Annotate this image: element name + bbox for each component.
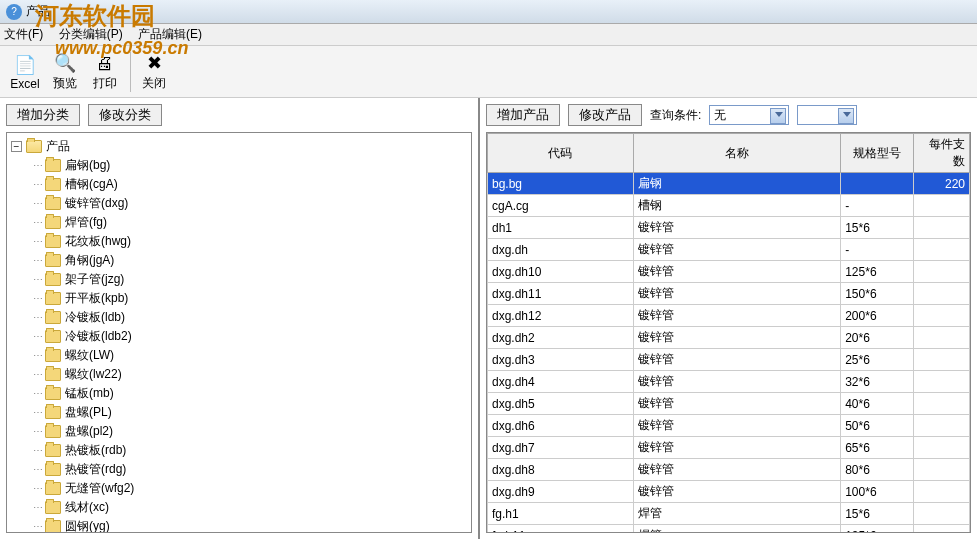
product-button-row: 增加产品 修改产品 查询条件: 无 — [486, 104, 971, 126]
cell-code: dxg.dh7 — [488, 437, 634, 459]
tree-line: ⋯ — [33, 521, 42, 532]
table-row[interactable]: dxg.dh4镀锌管32*6 — [488, 371, 970, 393]
tree-item[interactable]: ⋯无缝管(wfg2) — [33, 479, 467, 498]
category-tree[interactable]: − 产品 ⋯扁钢(bg)⋯槽钢(cgA)⋯镀锌管(dxg)⋯焊管(fg)⋯花纹板… — [6, 132, 472, 533]
menu-product-edit[interactable]: 产品编辑(E) — [138, 27, 202, 41]
close-label: 关闭 — [142, 75, 166, 92]
cell-code: dxg.dh11 — [488, 283, 634, 305]
table-row[interactable]: fg.h11焊管125*6 — [488, 525, 970, 534]
menu-category-edit[interactable]: 分类编辑(P) — [59, 27, 123, 41]
table-row[interactable]: dxg.dh3镀锌管25*6 — [488, 349, 970, 371]
table-row[interactable]: dxg.dh9镀锌管100*6 — [488, 481, 970, 503]
tree-item[interactable]: ⋯冷镀板(ldb) — [33, 308, 467, 327]
cell-spec: 15*6 — [841, 503, 913, 525]
product-table-wrap[interactable]: 代码 名称 规格型号 每件支数 bg.bg扁钢220cgA.cg槽钢-dh1镀锌… — [486, 132, 971, 533]
collapse-icon[interactable]: − — [11, 141, 22, 152]
tree-line: ⋯ — [33, 483, 42, 494]
header-qty[interactable]: 每件支数 — [913, 134, 969, 173]
cell-spec: 200*6 — [841, 305, 913, 327]
table-row[interactable]: dxg.dh10镀锌管125*6 — [488, 261, 970, 283]
cell-code: dxg.dh12 — [488, 305, 634, 327]
folder-icon — [45, 406, 61, 419]
tree-item[interactable]: ⋯架子管(jzg) — [33, 270, 467, 289]
tree-item-label: 镀锌管(dxg) — [65, 195, 128, 212]
header-name[interactable]: 名称 — [633, 134, 840, 173]
edit-product-button[interactable]: 修改产品 — [568, 104, 642, 126]
query-condition-select[interactable]: 无 — [709, 105, 789, 125]
cell-qty — [913, 239, 969, 261]
tree-item[interactable]: ⋯热镀管(rdg) — [33, 460, 467, 479]
table-row[interactable]: dxg.dh11镀锌管150*6 — [488, 283, 970, 305]
tree-item[interactable]: ⋯扁钢(bg) — [33, 156, 467, 175]
add-category-button[interactable]: 增加分类 — [6, 104, 80, 126]
tree-item[interactable]: ⋯槽钢(cgA) — [33, 175, 467, 194]
excel-icon: 📄 — [13, 53, 37, 77]
table-row[interactable]: dxg.dh7镀锌管65*6 — [488, 437, 970, 459]
excel-button[interactable]: 📄 Excel — [6, 49, 44, 95]
tree-item[interactable]: ⋯热镀板(rdb) — [33, 441, 467, 460]
edit-category-button[interactable]: 修改分类 — [88, 104, 162, 126]
tree-item-label: 架子管(jzg) — [65, 271, 124, 288]
menu-file[interactable]: 文件(F) — [4, 27, 43, 41]
cell-qty — [913, 261, 969, 283]
header-code[interactable]: 代码 — [488, 134, 634, 173]
folder-icon — [45, 254, 61, 267]
menubar: 文件(F) 分类编辑(P) 产品编辑(E) — [0, 24, 977, 46]
cell-spec: - — [841, 195, 913, 217]
tree-item-label: 无缝管(wfg2) — [65, 480, 134, 497]
query-value-select[interactable] — [797, 105, 857, 125]
table-row[interactable]: dxg.dh12镀锌管200*6 — [488, 305, 970, 327]
table-row[interactable]: dxg.dh5镀锌管40*6 — [488, 393, 970, 415]
cell-name: 槽钢 — [633, 195, 840, 217]
folder-icon — [45, 387, 61, 400]
query-condition-value: 无 — [714, 107, 726, 124]
tree-item-label: 冷镀板(ldb) — [65, 309, 125, 326]
print-icon: 🖨 — [93, 51, 117, 75]
tree-item[interactable]: ⋯线材(xc) — [33, 498, 467, 517]
tree-item-label: 焊管(fg) — [65, 214, 107, 231]
table-row[interactable]: dxg.dh2镀锌管20*6 — [488, 327, 970, 349]
tree-item[interactable]: ⋯开平板(kpb) — [33, 289, 467, 308]
tree-item[interactable]: ⋯冷镀板(ldb2) — [33, 327, 467, 346]
tree-item[interactable]: ⋯螺纹(LW) — [33, 346, 467, 365]
header-spec[interactable]: 规格型号 — [841, 134, 913, 173]
window-titlebar: ? 产品 — [0, 0, 977, 24]
tree-item[interactable]: ⋯镀锌管(dxg) — [33, 194, 467, 213]
folder-icon — [45, 482, 61, 495]
folder-icon — [45, 520, 61, 533]
tree-line: ⋯ — [33, 502, 42, 513]
cell-code: dxg.dh10 — [488, 261, 634, 283]
preview-button[interactable]: 🔍 预览 — [46, 49, 84, 95]
print-button[interactable]: 🖨 打印 — [86, 49, 124, 95]
tree-item[interactable]: ⋯盘螺(pl2) — [33, 422, 467, 441]
tree-line: ⋯ — [33, 255, 42, 266]
tree-line: ⋯ — [33, 236, 42, 247]
close-button[interactable]: ✖ 关闭 — [135, 49, 173, 95]
tree-item[interactable]: ⋯焊管(fg) — [33, 213, 467, 232]
folder-icon — [45, 216, 61, 229]
cell-qty — [913, 481, 969, 503]
add-product-button[interactable]: 增加产品 — [486, 104, 560, 126]
table-row[interactable]: dxg.dh镀锌管- — [488, 239, 970, 261]
table-row[interactable]: fg.h1焊管15*6 — [488, 503, 970, 525]
cell-code: dh1 — [488, 217, 634, 239]
tree-item[interactable]: ⋯锰板(mb) — [33, 384, 467, 403]
table-row[interactable]: cgA.cg槽钢- — [488, 195, 970, 217]
tree-item[interactable]: ⋯螺纹(lw22) — [33, 365, 467, 384]
table-row[interactable]: bg.bg扁钢220 — [488, 173, 970, 195]
tree-item-label: 锰板(mb) — [65, 385, 114, 402]
tree-line: ⋯ — [33, 312, 42, 323]
cell-name: 镀锌管 — [633, 327, 840, 349]
tree-item[interactable]: ⋯盘螺(PL) — [33, 403, 467, 422]
table-row[interactable]: dxg.dh6镀锌管50*6 — [488, 415, 970, 437]
tree-item[interactable]: ⋯圆钢(yg) — [33, 517, 467, 533]
table-row[interactable]: dxg.dh8镀锌管80*6 — [488, 459, 970, 481]
table-row[interactable]: dh1镀锌管15*6 — [488, 217, 970, 239]
tree-root[interactable]: − 产品 — [11, 137, 467, 156]
cell-qty — [913, 393, 969, 415]
cell-qty — [913, 195, 969, 217]
tree-item[interactable]: ⋯角钢(jgA) — [33, 251, 467, 270]
tree-item[interactable]: ⋯花纹板(hwg) — [33, 232, 467, 251]
tree-item-label: 槽钢(cgA) — [65, 176, 118, 193]
product-table: 代码 名称 规格型号 每件支数 bg.bg扁钢220cgA.cg槽钢-dh1镀锌… — [487, 133, 970, 533]
